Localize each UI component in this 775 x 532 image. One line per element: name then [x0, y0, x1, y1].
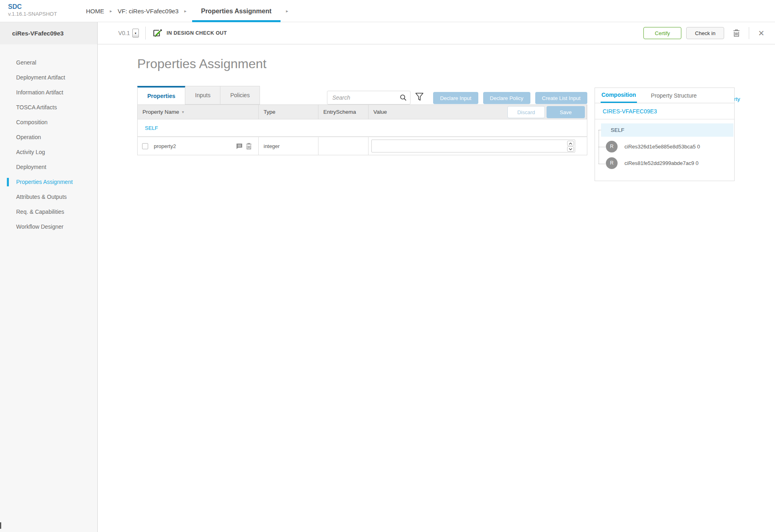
check-in-button[interactable]: Check in: [686, 27, 724, 39]
toolbar-right: Certify Check in ✕: [643, 27, 765, 39]
table-row: property2: [137, 137, 587, 155]
tree-item-resource[interactable]: R ciRes326d1e5e885e8d53bca5 0: [601, 138, 734, 154]
breadcrumb-home[interactable]: HOME: [86, 8, 104, 15]
component-name-link[interactable]: CIRES-VFAFEC09E3: [595, 103, 734, 119]
sidebar-item-activity-log[interactable]: Activity Log: [0, 145, 97, 160]
breadcrumb-vf[interactable]: VF: ciRes-VFafec09e3: [118, 8, 179, 15]
sidebar-item-composition[interactable]: Composition: [0, 115, 97, 130]
sidebar-item-deployment-artifact[interactable]: Deployment Artifact: [0, 70, 97, 85]
tab-composition[interactable]: Composition: [601, 88, 637, 103]
sidebar: ciRes-VFafec09e3 General Deployment Arti…: [0, 22, 98, 532]
table-header: Property Name ▾ Type EntrySchema Value D…: [137, 104, 587, 119]
column-label: Property Name: [142, 109, 179, 115]
resource-label: ciRes326d1e5e885e8d53bca5 0: [624, 144, 700, 150]
certify-button[interactable]: Certify: [643, 27, 681, 39]
main-content: Properties Assignment + Add Property Pro…: [98, 44, 775, 532]
top-header: SDC v.1.16.1-SNAPSHOT HOME ▸ VF: ciRes-V…: [0, 0, 775, 22]
tab-policies[interactable]: Policies: [220, 86, 260, 104]
breadcrumb: HOME ▸ VF: ciRes-VFafec09e3 ▸ Properties…: [86, 0, 294, 22]
increment-icon[interactable]: [567, 141, 574, 146]
property-value-cell: [369, 137, 587, 155]
property-tabs: Properties Inputs Policies: [137, 86, 260, 104]
checkout-pencil-icon: [152, 28, 163, 38]
corner-nub: [0, 522, 1, 529]
sidebar-item-deployment[interactable]: Deployment: [0, 160, 97, 175]
properties-assignment-view: + Add Property Properties Inputs Policie…: [137, 86, 735, 155]
sort-arrow-icon: ▾: [182, 110, 184, 114]
row-checkbox[interactable]: [142, 143, 148, 149]
resource-label: ciRes81fe52dd2999abde7ac9 0: [624, 160, 699, 166]
number-stepper: [567, 141, 574, 152]
version-dropdown[interactable]: ▾: [132, 29, 139, 38]
resource-avatar: R: [606, 157, 618, 169]
row-icons: [233, 143, 252, 150]
page-title: Properties Assignment: [137, 56, 266, 71]
logo-text: SDC: [8, 3, 57, 11]
discard-button[interactable]: Discard: [507, 106, 545, 118]
resource-avatar: R: [606, 141, 618, 152]
toolbar-left: V0.1 ▾ IN DESIGN CHECK OUT: [118, 27, 227, 40]
property-entryschema-cell: [318, 137, 369, 155]
delete-component-trash-icon[interactable]: [733, 29, 740, 37]
sidebar-item-workflow-designer[interactable]: Workflow Designer: [0, 219, 97, 234]
table-actions: Discard Save: [507, 106, 585, 118]
properties-table: Property Name ▾ Type EntrySchema Value D…: [137, 104, 587, 155]
value-input-wrap: [371, 140, 575, 152]
save-button[interactable]: Save: [547, 106, 585, 118]
sidebar-item-information-artifact[interactable]: Information Artifact: [0, 85, 97, 100]
sidebar-item-tosca-artifacts[interactable]: TOSCA Artifacts: [0, 100, 97, 115]
active-indicator: [7, 178, 9, 186]
checkout-status: IN DESIGN CHECK OUT: [152, 28, 227, 38]
sidebar-item-general[interactable]: General: [0, 55, 97, 70]
breadcrumb-arrow-icon: ▸: [184, 8, 186, 14]
toolbar-divider: [145, 27, 146, 40]
composition-tree: SELF R ciRes326d1e5e885e8d53bca5 0 R ciR…: [595, 119, 734, 181]
sidebar-item-label: Properties Assignment: [16, 179, 73, 185]
property-name: property2: [154, 143, 176, 149]
sidebar-menu: General Deployment Artifact Information …: [0, 44, 97, 234]
breadcrumb-active-wrap: Properties Assignment: [192, 0, 281, 22]
property-type-cell: integer: [259, 137, 318, 155]
search-box: [327, 91, 411, 104]
declare-policy-button[interactable]: Declare Policy: [483, 92, 530, 104]
panel-tabs: Composition Property Structure: [595, 88, 734, 103]
breadcrumb-properties-assignment[interactable]: Properties Assignment: [201, 8, 272, 15]
tree-item-self[interactable]: SELF: [601, 123, 733, 137]
decrement-icon[interactable]: [567, 146, 574, 152]
comment-icon[interactable]: [236, 143, 243, 149]
column-header-entryschema: EntrySchema: [318, 105, 369, 119]
tab-properties[interactable]: Properties: [137, 86, 185, 104]
composition-panel: Composition Property Structure CIRES-VFA…: [595, 88, 735, 181]
controls-row: Properties Inputs Policies: [137, 86, 587, 104]
sidebar-item-attributes-outputs[interactable]: Attributes & Outputs: [0, 190, 97, 204]
search-icon[interactable]: [400, 94, 407, 101]
sidebar-item-operation[interactable]: Operation: [0, 130, 97, 145]
filter-icon[interactable]: [415, 92, 424, 102]
app-logo: SDC v.1.16.1-SNAPSHOT: [8, 3, 57, 17]
sdc-app: SDC v.1.16.1-SNAPSHOT HOME ▸ VF: ciRes-V…: [0, 0, 775, 532]
search-input[interactable]: [327, 91, 411, 104]
declare-input-button[interactable]: Declare Input: [433, 92, 478, 104]
component-toolbar: V0.1 ▾ IN DESIGN CHECK OUT Certify Check…: [98, 22, 775, 44]
tab-property-structure[interactable]: Property Structure: [650, 88, 698, 103]
sidebar-item-req-capabilities[interactable]: Req. & Capabilities: [0, 204, 97, 219]
version-label: V0.1: [118, 30, 130, 36]
delete-property-icon[interactable]: [246, 143, 252, 150]
column-header-type: Type: [259, 105, 318, 119]
toolbar-divider: [749, 27, 749, 39]
self-group-row[interactable]: SELF: [137, 119, 587, 137]
component-title: ciRes-VFafec09e3: [0, 22, 97, 44]
property-name-cell: property2: [138, 137, 259, 155]
sidebar-item-properties-assignment[interactable]: Properties Assignment: [0, 175, 97, 190]
breadcrumb-arrow-icon: ▸: [286, 8, 289, 14]
close-icon[interactable]: ✕: [758, 29, 765, 38]
tab-inputs[interactable]: Inputs: [185, 86, 220, 104]
lifecycle-status-label: IN DESIGN CHECK OUT: [167, 30, 227, 36]
create-list-input-button[interactable]: Create List Input: [535, 92, 587, 104]
column-header-property-name[interactable]: Property Name ▾: [138, 105, 259, 119]
app-version: v.1.16.1-SNAPSHOT: [8, 11, 57, 17]
breadcrumb-arrow-icon: ▸: [110, 8, 112, 14]
value-input[interactable]: [371, 140, 575, 152]
tree-item-resource[interactable]: R ciRes81fe52dd2999abde7ac9 0: [601, 155, 734, 171]
